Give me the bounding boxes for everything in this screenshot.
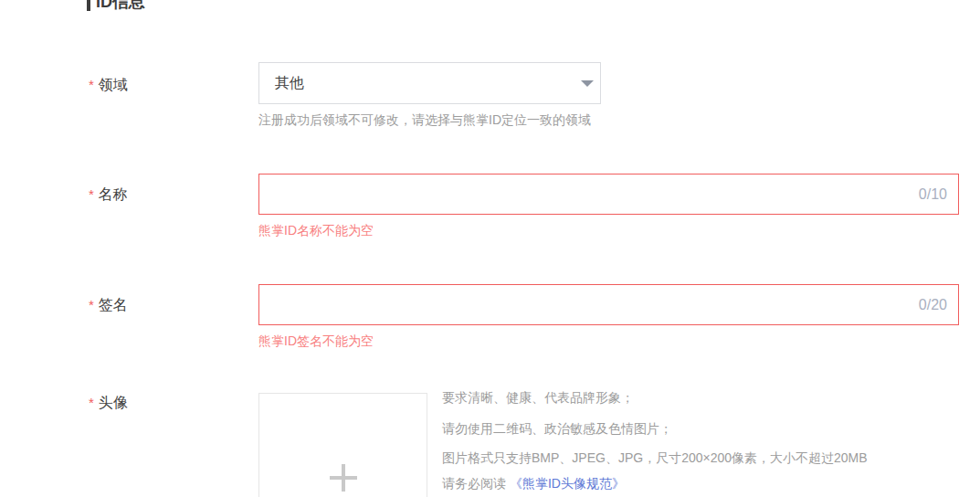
required-asterisk: *	[89, 395, 94, 410]
signature-error-text: 熊掌ID签名不能为空	[258, 333, 374, 348]
plus-icon	[330, 464, 357, 492]
signature-label: *签名	[89, 297, 128, 313]
avatar-label: *头像	[89, 395, 128, 411]
domain-select[interactable]: 其他	[258, 62, 601, 104]
name-input-wrap: 0/10	[258, 174, 959, 215]
avatar-tip-1: 要求清晰、健康、代表品牌形象；	[442, 390, 634, 405]
avatar-spec-link[interactable]: 《熊掌ID头像规范》	[510, 476, 625, 491]
domain-select-value: 其他	[275, 74, 578, 93]
name-label: *名称	[89, 186, 128, 203]
name-error-text: 熊掌ID名称不能为空	[258, 223, 374, 238]
signature-input-wrap: 0/20	[258, 284, 959, 325]
avatar-tip-3: 图片格式只支持BMP、JPEG、JPG，尺寸200×200像素，大小不超过20M…	[442, 450, 868, 465]
chevron-down-icon	[581, 80, 594, 87]
signature-input[interactable]	[259, 285, 919, 324]
signature-label-text: 签名	[99, 297, 128, 312]
required-asterisk: *	[89, 186, 94, 202]
name-label-text: 名称	[99, 186, 128, 202]
name-input[interactable]	[259, 174, 919, 214]
domain-label: *领域	[89, 77, 128, 93]
required-asterisk: *	[89, 77, 94, 92]
section-title-text: ID信息	[96, 0, 145, 12]
avatar-label-text: 头像	[99, 395, 128, 410]
avatar-notice-prefix: 请务必阅读	[442, 476, 510, 491]
id-info-form-page: ID信息 *领域 其他 注册成功后领域不可修改，请选择与熊掌ID定位一致的领域 …	[0, 0, 980, 497]
name-char-counter: 0/10	[919, 186, 958, 203]
avatar-notice-line: 请务必阅读 《熊掌ID头像规范》	[442, 476, 625, 491]
required-asterisk: *	[89, 297, 94, 312]
avatar-upload-box[interactable]	[258, 393, 427, 497]
section-title: ID信息	[87, 0, 145, 12]
domain-helper-text: 注册成功后领域不可修改，请选择与熊掌ID定位一致的领域	[258, 112, 591, 127]
title-accent-bar-icon	[87, 0, 90, 11]
domain-label-text: 领域	[99, 77, 128, 92]
signature-char-counter: 0/20	[919, 297, 958, 313]
avatar-tip-2: 请勿使用二维码、政治敏感及色情图片；	[442, 421, 672, 436]
